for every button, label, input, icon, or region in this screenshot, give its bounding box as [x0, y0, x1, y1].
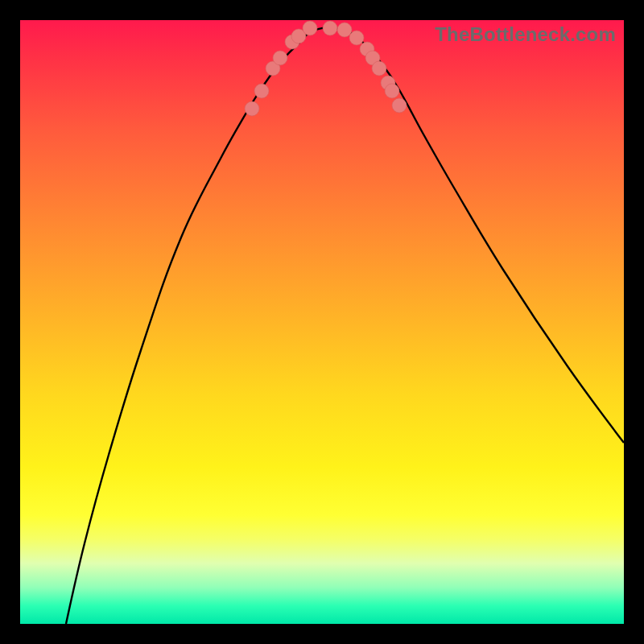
curve-svg — [20, 20, 624, 624]
marker-dot — [349, 31, 364, 45]
marker-dot — [323, 21, 337, 35]
marker-dot — [392, 98, 407, 113]
bottleneck-curve — [66, 27, 624, 624]
marker-dot — [385, 84, 399, 98]
marker-dot — [372, 61, 386, 76]
marker-dots-group — [245, 21, 407, 116]
chart-frame: TheBottleneck.com — [0, 0, 644, 644]
marker-dot — [245, 101, 259, 116]
plot-area: TheBottleneck.com — [20, 20, 624, 624]
marker-dot — [337, 23, 352, 37]
marker-dot — [303, 21, 317, 35]
marker-dot — [273, 51, 287, 65]
marker-dot — [254, 84, 269, 98]
